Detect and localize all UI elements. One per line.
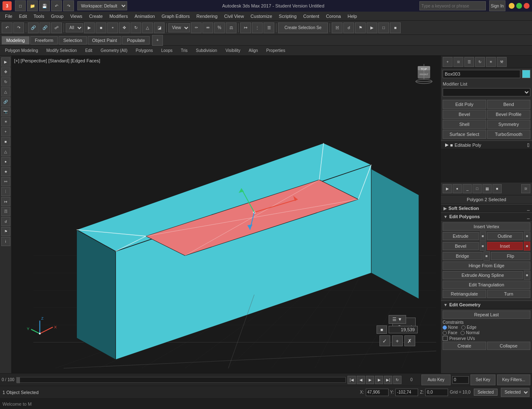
tb-spinner-snap[interactable]: ⚖: [226, 22, 236, 33]
tb-rotate[interactable]: ↻: [131, 22, 141, 33]
tab-modeling[interactable]: Modeling: [2, 36, 30, 44]
tb-snap-toggle[interactable]: ⚰: [191, 22, 202, 33]
tb-lasso[interactable]: ⚬: [107, 22, 118, 33]
tb-align[interactable]: ⋮: [252, 22, 263, 33]
mod-surface-select[interactable]: Surface Select: [443, 130, 486, 139]
motion-panel-btn[interactable]: ↻: [475, 57, 485, 67]
z-input[interactable]: [425, 389, 448, 396]
subtab-tris[interactable]: Tris: [177, 47, 191, 54]
lt-link[interactable]: 🔗: [1, 97, 10, 106]
close-btn[interactable]: [524, 3, 530, 9]
hinge-from-edge-btn[interactable]: Hinge From Edge: [443, 261, 530, 270]
insert-vertex-btn[interactable]: Insert Vertex: [443, 222, 530, 231]
extrude-btn[interactable]: Extrude: [443, 232, 479, 240]
menu-views[interactable]: Views: [67, 13, 86, 20]
pt-edge[interactable]: ⎯: [463, 184, 472, 193]
pt-vertex[interactable]: ●: [453, 184, 462, 193]
tb-render-frame[interactable]: □: [378, 22, 389, 33]
subtab-modify-selection[interactable]: Modify Selection: [43, 47, 80, 54]
lt-render2[interactable]: ⚑: [1, 227, 10, 236]
constraint-normal[interactable]: Normal: [461, 330, 479, 335]
mod-edit-poly[interactable]: Edit Poly: [443, 100, 486, 109]
workspace-dropdown[interactable]: Workspace: Default: [77, 1, 127, 10]
face-radio[interactable]: [443, 331, 447, 335]
timeline-bar[interactable]: [16, 377, 346, 383]
timeline-thumb[interactable]: [17, 377, 20, 383]
tb-redo[interactable]: ↷: [13, 22, 24, 33]
collapse-btn[interactable]: Collapse: [487, 342, 531, 350]
title-toolbar-icons[interactable]: □ 📁 💾 ↶ ↷: [15, 0, 74, 11]
inset-icon-btn[interactable]: ■: [377, 325, 387, 334]
pt-border[interactable]: □: [473, 184, 482, 193]
constraint-none[interactable]: None: [443, 325, 458, 330]
key-filters-btn[interactable]: Key Filters...: [497, 375, 530, 385]
lt-geo[interactable]: △: [1, 147, 10, 156]
open-btn[interactable]: 📁: [27, 0, 38, 11]
retriangulate-btn[interactable]: Retriangulate: [443, 290, 486, 298]
tb-scale[interactable]: △: [142, 22, 153, 33]
lt-material2[interactable]: ☌: [1, 217, 10, 226]
tab-selection[interactable]: Selection: [59, 36, 86, 44]
subtab-properties[interactable]: Properties: [263, 47, 289, 54]
tb-angle-snap[interactable]: ⚮: [202, 22, 213, 33]
edit-geometry-rollout[interactable]: ▼ Edit Geometry: [441, 301, 532, 309]
lt-scale[interactable]: △: [1, 87, 10, 96]
lt-snap[interactable]: ⚯: [1, 177, 10, 186]
tb-undo[interactable]: ↶: [2, 22, 12, 33]
none-radio[interactable]: [443, 325, 447, 330]
subtab-loops[interactable]: Loops: [158, 47, 176, 54]
mod-bend[interactable]: Bend: [487, 100, 531, 109]
x-input[interactable]: [366, 389, 389, 396]
undo-btn[interactable]: ↶: [51, 0, 62, 11]
set-key-btn[interactable]: Set Key: [470, 375, 495, 385]
edit-polygons-rollout[interactable]: ▼ Edit Polygons ⎯: [441, 212, 532, 221]
tb-transform[interactable]: ◪: [154, 22, 165, 33]
tab-populate[interactable]: Populate: [122, 36, 149, 44]
tb-render-setup[interactable]: ⚑: [355, 22, 366, 33]
display-panel-btn[interactable]: ☀: [486, 57, 496, 67]
frame-input[interactable]: [452, 376, 469, 384]
repeat-last-btn[interactable]: Repeat Last: [443, 310, 530, 319]
subtab-geometry[interactable]: Geometry (All): [97, 47, 131, 54]
lt-info[interactable]: i: [1, 237, 10, 246]
normal-radio[interactable]: [461, 331, 465, 335]
lt-move[interactable]: ✥: [1, 67, 10, 76]
go-end-btn[interactable]: ▶|: [384, 376, 392, 384]
modifier-list-dropdown[interactable]: [443, 88, 530, 96]
constraint-edge[interactable]: Edge: [461, 325, 476, 330]
save-btn[interactable]: 💾: [39, 0, 50, 11]
tb-activeshade[interactable]: ■: [390, 22, 401, 33]
more-tabs-btn[interactable]: +: [152, 35, 163, 46]
lt-paint[interactable]: ★: [1, 167, 10, 176]
create-btn[interactable]: Create: [443, 342, 486, 350]
menu-content[interactable]: Content: [300, 13, 323, 20]
outline-btn[interactable]: Outline: [487, 232, 523, 240]
mod-bevel-profile[interactable]: Bevel Profile: [487, 110, 531, 119]
mod-shell[interactable]: Shell: [443, 120, 486, 129]
selected-dropdown[interactable]: Selected: [501, 388, 530, 397]
loop-btn[interactable]: ↻: [393, 376, 401, 384]
menu-tools[interactable]: Tools: [30, 13, 48, 20]
menu-animation[interactable]: Animation: [131, 13, 158, 20]
y-input[interactable]: [395, 389, 418, 396]
snap-dropdown[interactable]: All: [66, 23, 83, 32]
tb-bind[interactable]: ☍: [51, 22, 62, 33]
tb-percent-snap[interactable]: %: [214, 22, 225, 33]
lt-bone[interactable]: ●: [1, 157, 10, 166]
tab-freeform[interactable]: Freeform: [30, 36, 58, 44]
edit-triangulation-btn[interactable]: Edit Triangulation: [443, 281, 530, 289]
next-frame-btn[interactable]: ▶: [375, 376, 383, 384]
tb-select[interactable]: ▶: [84, 22, 95, 33]
turn-btn[interactable]: Turn: [487, 290, 531, 298]
menu-file[interactable]: File: [2, 13, 16, 20]
lt-mirror2[interactable]: ↦: [1, 197, 10, 206]
extrude-along-spline-btn[interactable]: Extrude Along Spline: [443, 271, 523, 279]
lt-camera[interactable]: 📷: [1, 107, 10, 116]
outline-settings-btn[interactable]: ■: [524, 232, 530, 241]
extrude-along-settings-btn[interactable]: ■: [524, 271, 530, 280]
mod-turbosmooth[interactable]: TurboSmooth: [487, 130, 531, 139]
minimize-btn[interactable]: [509, 3, 515, 9]
subtab-visibility[interactable]: Visibility: [222, 47, 244, 54]
subtab-edit[interactable]: Edit: [82, 47, 96, 54]
modify-panel-btn[interactable]: ⛭: [453, 57, 463, 67]
